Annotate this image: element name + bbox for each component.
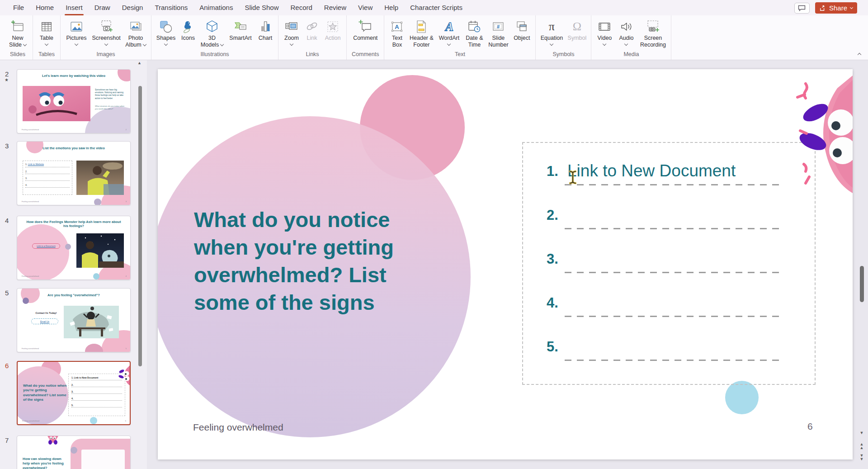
thumbnail-slide-3[interactable]: List the emotions you saw in the video 1… [17, 141, 131, 205]
thumbnail-slide-5[interactable]: Are you feeling "overwhelmed"? Contact U… [17, 288, 131, 352]
text-box-button[interactable]: A Text Box [387, 17, 407, 48]
dropdown-caret-icon[interactable] [164, 42, 168, 46]
ribbon: New Slide Slides Table Tables Pictures [0, 15, 868, 60]
menu-review[interactable]: Review [318, 0, 352, 15]
thumb3-video-image [76, 161, 124, 195]
header-footer-button[interactable]: Header & Footer [407, 17, 435, 48]
dropdown-caret-icon[interactable] [290, 42, 293, 46]
share-button[interactable]: Share [815, 2, 857, 14]
thumb-number-2: 2 [5, 70, 9, 78]
text-ibeam-cursor [568, 170, 577, 185]
icons-button[interactable]: Icons [178, 17, 198, 42]
svg-text:#: # [497, 24, 500, 29]
zoom-label: Zoom [284, 35, 299, 42]
slide-number-icon: # [491, 18, 505, 35]
scroll-down-icon[interactable]: ▼ [859, 431, 865, 435]
next-slide-icon[interactable]: ▼▼ [859, 454, 865, 461]
share-dropdown-icon[interactable] [850, 5, 853, 9]
symbol-button: Ω Symbol [565, 17, 589, 42]
thumbnail-slide-7[interactable]: How can slowing down help when you're fe… [17, 436, 131, 469]
zoom-button[interactable]: Zoom [281, 17, 302, 45]
share-label: Share [829, 4, 847, 12]
thumb5-email-pill: Email Us [31, 318, 58, 324]
decor-dot [65, 244, 71, 250]
slide-title-line: when you're getting [194, 233, 394, 261]
dropdown-caret-icon[interactable] [45, 42, 48, 46]
main-scrollbar[interactable] [860, 266, 864, 302]
comment-button[interactable]: Comment [350, 17, 381, 42]
3d-models-label: 3D Models [201, 35, 219, 48]
dropdown-caret-icon[interactable] [104, 42, 108, 46]
slide-number-button[interactable]: # Slide Number [486, 17, 510, 48]
thumb5-illustration [64, 306, 119, 338]
previous-slide-icon[interactable]: ▲▲ [859, 442, 865, 450]
slide-number-label: Slide Number [487, 35, 509, 48]
menu-view[interactable]: View [352, 0, 378, 15]
link-label: Link [307, 35, 317, 42]
list-number: 2. [71, 384, 122, 386]
comments-button[interactable] [794, 3, 810, 14]
photo-album-button[interactable]: Photo Album [123, 17, 149, 48]
dropdown-caret-icon[interactable] [220, 43, 224, 46]
thumbnail-slide-4[interactable]: How does the Feelings Monster help Ash l… [17, 216, 131, 280]
menu-insert[interactable]: Insert [60, 0, 89, 15]
thumb6-title: What do you notice when you're getting o… [23, 384, 67, 403]
pictures-button[interactable]: Pictures [63, 17, 90, 45]
3d-models-button[interactable]: 3D Models [198, 17, 226, 48]
dropdown-caret-icon[interactable] [142, 43, 146, 46]
menu-file[interactable]: File [7, 0, 30, 15]
table-button[interactable]: Table [35, 17, 58, 45]
screenshot-button[interactable]: Screenshot [90, 17, 123, 45]
action-icon [326, 18, 340, 35]
dropdown-caret-icon[interactable] [624, 42, 628, 46]
menu-home[interactable]: Home [30, 0, 60, 15]
smartart-button[interactable]: SmartArt [226, 17, 255, 42]
smartart-label: SmartArt [229, 35, 251, 42]
screen-recording-button[interactable]: Screen Recording [637, 17, 669, 48]
thumb3-link: Link to Website [28, 163, 44, 166]
menu-design[interactable]: Design [116, 0, 149, 15]
slide-thumbnail-panel: 2 ★ Let's learn more by watching this vi… [0, 60, 147, 469]
wordart-button[interactable]: A WordArt [435, 17, 462, 45]
chart-button[interactable]: Chart [255, 17, 276, 42]
thumb2-page-number: 2 [126, 128, 127, 131]
list-item-1-link-text[interactable]: Link to New Document [567, 161, 736, 180]
list-line-3 [565, 272, 783, 273]
dropdown-caret-icon[interactable] [550, 42, 553, 46]
video-button[interactable]: Video [594, 17, 615, 45]
audio-icon [619, 18, 633, 35]
new-slide-button[interactable]: New Slide [5, 17, 30, 48]
thumbnail-scrollbar[interactable] [138, 86, 142, 366]
audio-button[interactable]: Audio [615, 17, 637, 45]
menu-character-scripts[interactable]: Character Scripts [404, 0, 468, 15]
menu-slide-show[interactable]: Slide Show [239, 0, 284, 15]
slide-footer-text[interactable]: Feeling overwhelmed [193, 422, 283, 433]
shapes-button[interactable]: Shapes [154, 17, 178, 45]
video-icon [597, 18, 612, 35]
thumbnail-slide-2[interactable]: Let's learn more by watching this video … [17, 69, 131, 133]
menu-animations[interactable]: Animations [193, 0, 239, 15]
menu-record[interactable]: Record [284, 0, 318, 15]
slide-title[interactable]: What do you notice when you're getting o… [194, 206, 394, 316]
equation-button[interactable]: π Equation [538, 17, 565, 45]
dropdown-caret-icon[interactable] [603, 42, 606, 46]
dropdown-caret-icon[interactable] [75, 42, 78, 46]
thumbnail-slide-6-selected[interactable]: What do you notice when you're getting o… [17, 361, 131, 425]
date-time-button[interactable]: Date & Time [462, 17, 486, 48]
decor-circle [85, 344, 103, 352]
thumb2-video-image [23, 86, 90, 121]
dropdown-caret-icon[interactable] [23, 43, 27, 46]
slide-editing-surface[interactable]: What do you notice when you're getting o… [158, 69, 853, 460]
menu-transitions[interactable]: Transitions [149, 0, 193, 15]
slide-page-number[interactable]: 6 [807, 421, 813, 432]
thumbnail-scroll-up-icon[interactable]: ▲ [137, 61, 142, 65]
wordart-label: WordArt [439, 35, 460, 42]
collapse-ribbon-icon[interactable] [858, 53, 861, 57]
menu-help[interactable]: Help [378, 0, 404, 15]
action-label: Action [325, 35, 341, 42]
dropdown-caret-icon[interactable] [447, 42, 451, 46]
ribbon-group-slides: New Slide Slides [3, 15, 33, 60]
menu-draw[interactable]: Draw [89, 0, 116, 15]
thumb3-footer: Feeling overwhelmed [22, 200, 39, 203]
object-button[interactable]: Object [510, 17, 533, 42]
